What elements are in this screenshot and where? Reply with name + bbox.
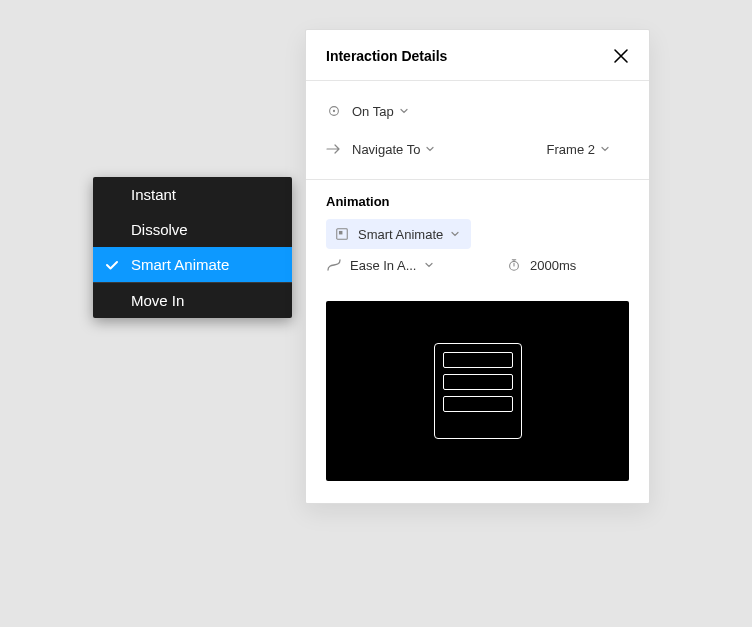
chevron-down-icon	[400, 107, 408, 115]
dropdown-item-move-in[interactable]: Move In	[93, 283, 292, 318]
dropdown-item-label: Dissolve	[131, 221, 188, 238]
preview-bar	[443, 374, 513, 390]
easing-select[interactable]: Ease In A...	[326, 257, 476, 273]
action-select[interactable]: Navigate To	[352, 142, 434, 157]
chevron-down-icon	[451, 230, 459, 238]
chevron-down-icon	[425, 261, 433, 269]
preview-bar	[443, 352, 513, 368]
panel-header: Interaction Details	[306, 30, 649, 81]
animation-section-title: Animation	[326, 194, 629, 209]
easing-label: Ease In A...	[350, 258, 417, 273]
panel-title: Interaction Details	[326, 48, 447, 64]
trigger-icon	[326, 103, 342, 119]
close-icon	[613, 48, 629, 64]
chevron-down-icon	[426, 145, 434, 153]
interaction-details-panel: Interaction Details On Tap Navigate To	[305, 29, 650, 504]
chevron-down-icon	[601, 145, 609, 153]
close-button[interactable]	[613, 48, 629, 64]
duration-input[interactable]: 2000ms	[506, 257, 576, 273]
svg-point-1	[333, 110, 335, 112]
dropdown-item-label: Smart Animate	[131, 256, 229, 273]
animation-type-label: Smart Animate	[358, 227, 443, 242]
svg-rect-3	[339, 231, 343, 235]
target-select[interactable]: Frame 2	[547, 142, 609, 157]
dropdown-item-label: Move In	[131, 292, 184, 309]
dropdown-item-dissolve[interactable]: Dissolve	[93, 212, 292, 247]
trigger-action-section: On Tap Navigate To Frame 2	[306, 81, 649, 180]
target-label: Frame 2	[547, 142, 595, 157]
preview-frame-icon	[434, 343, 522, 439]
smart-animate-icon	[334, 226, 350, 242]
dropdown-item-instant[interactable]: Instant	[93, 177, 292, 212]
animation-section: Animation Smart Animate Ease In A...	[306, 180, 649, 287]
animation-preview	[326, 301, 629, 481]
trigger-select[interactable]: On Tap	[352, 104, 408, 119]
animation-type-dropdown: Instant Dissolve Smart Animate Move In	[93, 177, 292, 318]
action-label: Navigate To	[352, 142, 420, 157]
preview-bar	[443, 396, 513, 412]
trigger-label: On Tap	[352, 104, 394, 119]
action-row: Navigate To Frame 2	[326, 133, 629, 165]
dropdown-item-label: Instant	[131, 186, 176, 203]
easing-curve-icon	[326, 257, 342, 273]
check-icon	[105, 258, 119, 272]
duration-label: 2000ms	[530, 258, 576, 273]
stopwatch-icon	[506, 257, 522, 273]
dropdown-item-smart-animate[interactable]: Smart Animate	[93, 247, 292, 282]
trigger-row: On Tap	[326, 95, 629, 127]
navigate-icon	[326, 141, 342, 157]
animation-type-select[interactable]: Smart Animate	[326, 219, 471, 249]
